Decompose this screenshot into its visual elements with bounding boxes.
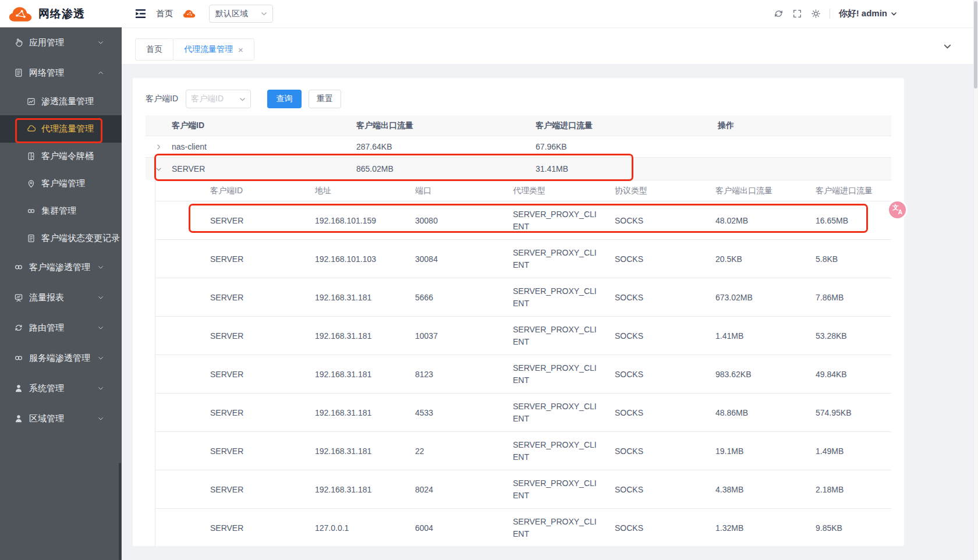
tab[interactable]: 代理流量管理 × [173,38,254,61]
chevron-down-icon [97,324,104,331]
greeting-text: 你好! admin [839,8,887,19]
cluster-icon [14,353,23,363]
subtable-row: SERVER192.168.101.10330084SERVER_PROXY_C… [155,240,891,278]
tabs: 首页 代理流量管理 × [135,38,254,61]
cell-in-traffic: 31.41MB [536,164,718,173]
subtable-cell: SOCKS [615,254,715,264]
subtable-cell: 49.84KB [816,370,891,379]
subtable-cell: 53.28KB [816,331,891,341]
subtable-cell: 30084 [415,254,513,264]
subtable-row: SERVER192.168.31.1815666SERVER_PROXY_CLI… [155,278,891,317]
reset-button[interactable]: 重置 [309,90,341,108]
sidebar-item[interactable]: 客户端管理 [0,170,122,197]
tabstrip: 首页 代理流量管理 × [122,27,973,65]
subtable-cell: SERVER [155,216,315,225]
client-id-select-placeholder: 客户端ID [191,94,224,104]
sidebar-item[interactable]: 集群管理 [0,197,122,225]
sidebar-item[interactable]: 渗透流量管理 [0,88,122,115]
subtable-cell: 192.168.31.181 [315,370,415,379]
sidebar-item-label: 网络管理 [29,68,64,79]
subtable-row: SERVER192.168.31.1818123SERVER_PROXY_CLI… [155,355,891,394]
subtable-cell: 192.168.101.103 [315,254,415,264]
subtable-cell: SERVER_PROXY_CLIENT [513,362,615,387]
chevron-down-icon [260,10,268,17]
page-scrollbar-thumb[interactable] [974,1,977,88]
sidebar-item[interactable]: 代理流量管理 [0,115,122,143]
subtable-row: SERVER192.168.101.15930080SERVER_PROXY_C… [155,201,891,240]
subtable-row: SERVER192.168.31.1818024SERVER_PROXY_CLI… [155,470,891,509]
sidebar-item-label: 集群管理 [41,205,76,217]
region-select-value: 默认区域 [215,9,248,19]
sidebar-item-label: 客户端令牌桶 [41,151,94,162]
fullscreen-icon[interactable] [792,9,802,19]
client-id-select[interactable]: 客户端ID [186,90,251,108]
subtable-cell: SERVER [155,331,315,341]
subtable-column-header: 代理类型 [513,186,615,196]
subtable-cell: 20.5KB [715,254,816,264]
theme-icon[interactable] [811,9,821,19]
breadcrumb[interactable]: 首页 [156,8,173,19]
chevron-down-icon [97,355,104,361]
subtable-cell: SERVER [155,446,315,456]
translate-badge[interactable]: 文 A [889,201,906,218]
chevron-down-icon [239,95,246,103]
subtable-cell: 1.32MB [715,523,816,533]
subtable-cell: 192.168.31.181 [315,293,415,302]
subtable-cell: 8024 [415,485,513,494]
tab[interactable]: 首页 [135,38,173,61]
chevron-down-icon[interactable] [155,165,162,173]
translate-badge-latin: A [898,210,902,215]
subtable-column-header: 协议类型 [615,186,715,196]
subtable-cell: SERVER_PROXY_CLIENT [513,516,615,540]
sidebar-item[interactable]: 系统管理 [0,373,122,403]
subtable-cell: SERVER_PROXY_CLIENT [513,477,615,502]
collapse-menu-icon[interactable] [134,8,147,19]
tab-label: 首页 [146,44,162,55]
subtable-cell: SERVER [155,370,315,379]
sidebar-item[interactable]: 网络管理 [0,58,122,88]
subtable-cell: SOCKS [615,216,715,225]
subtable-cell: 7.86MB [816,293,891,302]
sidebar-item[interactable]: 流量报表 [0,282,122,313]
subtable-cell: SERVER_PROXY_CLIENT [513,247,615,271]
search-label: 客户端ID [146,94,178,104]
sidebar-item[interactable]: 服务端渗透管理 [0,343,122,373]
subtable-cell: SOCKS [615,331,715,341]
sidebar: 网络渗透 应用管理 网络管理 渗透流量管理 代理流量管理 客户端令牌桶 客户端管… [0,0,122,560]
user-menu[interactable]: 你好! admin [839,8,898,19]
topbar: 首页 默认区域 你好! admin [122,0,978,27]
divider [830,9,830,19]
subtable-cell: 4.38MB [715,485,816,494]
subtable-cell: 192.168.31.181 [315,331,415,341]
sidebar-item[interactable]: 客户端渗透管理 [0,252,122,282]
subtable-cell: 127.0.0.1 [315,523,415,533]
cluster-icon [27,207,36,215]
sidebar-item[interactable]: 路由管理 [0,313,122,343]
cluster-icon [14,263,23,272]
chevron-down-icon [97,385,104,392]
query-button[interactable]: 查询 [267,90,302,108]
token-bucket-icon [27,152,36,161]
sidebar-item[interactable]: 区域管理 [0,403,122,434]
subtable-cell: SERVER_PROXY_CLIENT [513,400,615,425]
sidebar-scrollbar-thumb[interactable] [119,463,121,560]
subtable-cell: 192.168.31.181 [315,485,415,494]
subtable-body: SERVER192.168.101.15930080SERVER_PROXY_C… [155,201,891,546]
sidebar-item[interactable]: 客户端令牌桶 [0,143,122,170]
column-header: 客户端出口流量 [356,120,536,131]
column-header: 客户端进口流量 [536,120,718,131]
cell-client-id: nas-client [172,142,356,151]
region-select[interactable]: 默认区域 [209,5,273,23]
close-icon[interactable]: × [238,45,243,54]
cell-out-traffic: 287.64KB [356,142,536,151]
subtable-cell: SERVER_PROXY_CLIENT [513,285,615,310]
subtable-row: SERVER127.0.0.16004SERVER_PROXY_CLIENTSO… [155,509,891,546]
page: 首页 默认区域 你好! admin [0,0,978,560]
sidebar-item-label: 客户端状态变更记录 [41,233,120,244]
sidebar-item[interactable]: 应用管理 [0,27,122,58]
subtable-cell: 192.168.31.181 [315,446,415,456]
sidebar-item[interactable]: 客户端状态变更记录 [0,225,122,252]
refresh-icon[interactable] [774,9,784,19]
chevron-right-icon[interactable] [155,143,162,151]
tabs-menu-chevron-down-icon[interactable] [942,41,952,54]
